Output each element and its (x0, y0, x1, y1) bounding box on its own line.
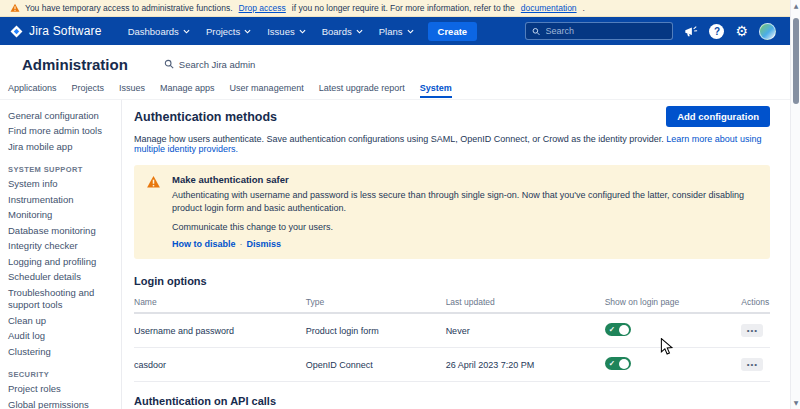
scroll-up-arrow-icon[interactable]: ▲ (791, 0, 800, 12)
sidebar-item-logging-and-profiling[interactable]: Logging and profiling (8, 254, 115, 270)
make-auth-safer-warning: Make authentication safer Authenticating… (134, 165, 770, 259)
row-name: Username and password (134, 317, 306, 345)
warning-title: Make authentication safer (172, 174, 756, 185)
sidebar-item-jira-mobile-app[interactable]: Jira mobile app (8, 139, 115, 155)
tab-applications[interactable]: Applications (8, 83, 57, 98)
row-last-updated: 26 April 2023 7:20 PM (446, 351, 605, 379)
global-search-input[interactable] (546, 26, 667, 36)
tab-issues[interactable]: Issues (119, 83, 145, 98)
settings-gear-icon[interactable]: ⚙ (735, 24, 748, 38)
feedback-megaphone-icon[interactable] (684, 25, 698, 38)
intro-text: Manage how users authenticate. Save auth… (134, 134, 664, 144)
page-title: Administration (22, 56, 128, 73)
scroll-down-arrow-icon[interactable]: ▼ (791, 397, 800, 409)
show-on-login-toggle[interactable]: ✓ (605, 323, 631, 336)
nav-issues[interactable]: Issues (267, 26, 305, 37)
banner-text: You have temporary access to administrat… (25, 3, 233, 13)
sidebar-item-clean-up[interactable]: Clean up (8, 313, 115, 329)
table-header-row: Name Type Last updated Show on login pag… (134, 294, 770, 314)
content-area: General configuration Find more admin to… (0, 100, 790, 409)
row-last-updated: Never (446, 317, 605, 345)
sidebar-item-clustering[interactable]: Clustering (8, 344, 115, 360)
sidebar-item-global-permissions[interactable]: Global permissions (8, 397, 115, 409)
sidebar-item-system-info[interactable]: System info (8, 177, 115, 193)
drop-access-link[interactable]: Drop access (239, 3, 286, 13)
vertical-scrollbar[interactable]: ▲ ▼ (790, 0, 800, 409)
row-actions-button[interactable]: ••• (741, 324, 763, 337)
brand-name: Jira Software (29, 24, 102, 38)
warning-body: Authenticating with username and passwor… (172, 189, 756, 215)
tab-projects[interactable]: Projects (72, 83, 105, 98)
login-options-table: Name Type Last updated Show on login pag… (134, 294, 770, 382)
sidebar-item-integrity-checker[interactable]: Integrity checker (8, 239, 115, 255)
admin-search[interactable]: Search Jira admin (164, 59, 256, 70)
nav-dashboards[interactable]: Dashboards (128, 26, 190, 37)
user-avatar[interactable] (759, 23, 776, 40)
nav-boards[interactable]: Boards (322, 26, 363, 37)
sidebar-item-monitoring[interactable]: Monitoring (8, 208, 115, 224)
sidebar-item-find-more-admin-tools[interactable]: Find more admin tools (8, 124, 115, 140)
tab-manage-apps[interactable]: Manage apps (160, 83, 215, 98)
jira-admin-page: You have temporary access to administrat… (0, 0, 800, 409)
link-separator: · (240, 239, 243, 249)
table-row: Username and password Product login form… (134, 314, 770, 348)
app-navbar: Jira Software Dashboards Projects Issues… (0, 17, 800, 45)
chevron-down-icon (356, 29, 363, 34)
sidebar-item-database-monitoring[interactable]: Database monitoring (8, 223, 115, 239)
primary-nav: Dashboards Projects Issues Boards Plans (128, 26, 414, 37)
col-last-updated: Last updated (446, 294, 605, 312)
banner-text-mid: if you no longer require it. For more in… (292, 3, 515, 13)
admin-access-banner: You have temporary access to administrat… (0, 0, 800, 17)
warning-content: Make authentication safer Authenticating… (172, 174, 756, 249)
dismiss-link[interactable]: Dismiss (247, 239, 282, 249)
admin-tabs: Applications Projects Issues Manage apps… (0, 81, 790, 100)
sidebar-section-security: SECURITY (8, 370, 115, 379)
create-button[interactable]: Create (428, 22, 478, 41)
section-title: Authentication methods (134, 110, 277, 124)
warning-links: How to disable·Dismiss (172, 239, 756, 249)
tab-user-management[interactable]: User management (230, 83, 304, 98)
toggle-knob (619, 325, 629, 335)
chevron-down-icon (299, 29, 306, 34)
nav-projects[interactable]: Projects (206, 26, 251, 37)
sidebar-item-general-configuration[interactable]: General configuration (8, 108, 115, 124)
admin-search-label: Search Jira admin (179, 59, 256, 70)
banner-period: . (583, 3, 585, 13)
col-type: Type (306, 294, 446, 312)
show-on-login-toggle[interactable]: ✓ (605, 357, 631, 370)
jira-logo[interactable]: Jira Software (10, 24, 102, 38)
documentation-link[interactable]: documentation (521, 3, 577, 13)
sidebar-item-instrumentation[interactable]: Instrumentation (8, 192, 115, 208)
tab-system[interactable]: System (420, 83, 452, 98)
auth-methods-panel: Authentication methods Add configuration… (122, 100, 790, 409)
chevron-down-icon (407, 29, 414, 34)
row-type: OpenID Connect (306, 351, 446, 379)
add-configuration-button[interactable]: Add configuration (666, 106, 770, 127)
search-icon (532, 27, 540, 36)
sidebar-item-troubleshooting[interactable]: Troubleshooting and support tools (8, 285, 115, 313)
api-calls-heading: Authentication on API calls (134, 395, 770, 407)
sidebar-item-project-roles[interactable]: Project roles (8, 382, 115, 398)
help-icon[interactable]: ? (709, 24, 724, 39)
jira-logo-icon (10, 25, 23, 38)
auth-methods-header: Authentication methods Add configuration (134, 106, 770, 127)
warning-icon (146, 175, 161, 189)
row-actions-button[interactable]: ••• (741, 358, 763, 371)
chevron-down-icon (183, 29, 190, 34)
col-actions: Actions (741, 294, 770, 312)
intro-paragraph: Manage how users authenticate. Save auth… (134, 134, 770, 154)
login-options-heading: Login options (134, 275, 770, 287)
how-to-disable-link[interactable]: How to disable (172, 239, 236, 249)
nav-plans[interactable]: Plans (379, 26, 414, 37)
global-search[interactable] (525, 22, 673, 40)
warning-icon (10, 3, 20, 13)
scrollbar-thumb[interactable] (793, 18, 799, 104)
row-name: casdoor (134, 351, 306, 379)
admin-header: Administration Search Jira admin (0, 45, 790, 83)
sidebar-item-scheduler-details[interactable]: Scheduler details (8, 270, 115, 286)
tab-latest-upgrade-report[interactable]: Latest upgrade report (319, 83, 405, 98)
col-show-on-login-page: Show on login page (605, 294, 742, 312)
system-sidebar: General configuration Find more admin to… (0, 100, 122, 409)
search-icon (164, 59, 174, 69)
sidebar-item-audit-log[interactable]: Audit log (8, 329, 115, 345)
